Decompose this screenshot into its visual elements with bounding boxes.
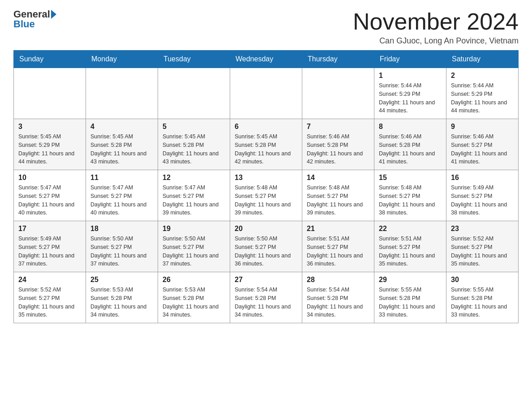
day-of-week-header: Monday — [86, 51, 158, 68]
logo: General Blue — [13, 9, 56, 30]
day-number: 1 — [379, 72, 442, 80]
day-number: 23 — [451, 225, 514, 233]
day-number: 24 — [18, 276, 81, 284]
day-info: Sunrise: 5:46 AMSunset: 5:28 PMDaylight:… — [307, 133, 369, 166]
calendar-cell: 8Sunrise: 5:46 AMSunset: 5:28 PMDaylight… — [374, 119, 446, 170]
day-info: Sunrise: 5:50 AMSunset: 5:27 PMDaylight:… — [90, 235, 153, 268]
day-info: Sunrise: 5:51 AMSunset: 5:27 PMDaylight:… — [379, 235, 442, 268]
day-info: Sunrise: 5:55 AMSunset: 5:28 PMDaylight:… — [379, 286, 442, 319]
day-info: Sunrise: 5:49 AMSunset: 5:27 PMDaylight:… — [451, 184, 514, 217]
calendar-week-row: 10Sunrise: 5:47 AMSunset: 5:27 PMDayligh… — [14, 170, 519, 221]
calendar-cell: 17Sunrise: 5:49 AMSunset: 5:27 PMDayligh… — [14, 221, 86, 272]
day-number: 15 — [379, 174, 442, 182]
day-info: Sunrise: 5:50 AMSunset: 5:27 PMDaylight:… — [163, 235, 225, 268]
calendar-cell: 1Sunrise: 5:44 AMSunset: 5:29 PMDaylight… — [374, 68, 446, 119]
day-info: Sunrise: 5:48 AMSunset: 5:27 PMDaylight:… — [235, 184, 297, 217]
day-info: Sunrise: 5:45 AMSunset: 5:29 PMDaylight:… — [18, 133, 81, 166]
location-subtitle: Can GJuoc, Long An Povince, Vietnam — [353, 36, 519, 46]
calendar-cell: 21Sunrise: 5:51 AMSunset: 5:27 PMDayligh… — [302, 221, 374, 272]
day-info: Sunrise: 5:46 AMSunset: 5:27 PMDaylight:… — [451, 133, 514, 166]
calendar-cell: 11Sunrise: 5:47 AMSunset: 5:27 PMDayligh… — [86, 170, 158, 221]
calendar-cell: 26Sunrise: 5:53 AMSunset: 5:28 PMDayligh… — [158, 272, 230, 323]
calendar-cell — [14, 68, 86, 119]
calendar-week-row: 24Sunrise: 5:52 AMSunset: 5:27 PMDayligh… — [14, 272, 519, 323]
day-of-week-header: Saturday — [446, 51, 519, 68]
day-info: Sunrise: 5:54 AMSunset: 5:28 PMDaylight:… — [235, 286, 297, 319]
calendar-cell: 7Sunrise: 5:46 AMSunset: 5:28 PMDaylight… — [302, 119, 374, 170]
day-number: 6 — [235, 123, 297, 131]
day-number: 14 — [307, 174, 369, 182]
day-number: 9 — [451, 123, 514, 131]
calendar-cell: 13Sunrise: 5:48 AMSunset: 5:27 PMDayligh… — [230, 170, 302, 221]
calendar-cell — [230, 68, 302, 119]
day-info: Sunrise: 5:45 AMSunset: 5:28 PMDaylight:… — [90, 133, 153, 166]
day-info: Sunrise: 5:54 AMSunset: 5:28 PMDaylight:… — [307, 286, 369, 319]
day-of-week-header: Wednesday — [230, 51, 302, 68]
day-info: Sunrise: 5:46 AMSunset: 5:28 PMDaylight:… — [379, 133, 442, 166]
day-info: Sunrise: 5:52 AMSunset: 5:27 PMDaylight:… — [451, 235, 514, 268]
calendar-header-row: SundayMondayTuesdayWednesdayThursdayFrid… — [14, 51, 519, 68]
day-number: 16 — [451, 174, 514, 182]
day-info: Sunrise: 5:48 AMSunset: 5:27 PMDaylight:… — [307, 184, 369, 217]
day-number: 20 — [235, 225, 297, 233]
calendar-cell: 12Sunrise: 5:47 AMSunset: 5:27 PMDayligh… — [158, 170, 230, 221]
day-of-week-header: Sunday — [14, 51, 86, 68]
calendar-cell: 5Sunrise: 5:45 AMSunset: 5:28 PMDaylight… — [158, 119, 230, 170]
day-info: Sunrise: 5:47 AMSunset: 5:27 PMDaylight:… — [18, 184, 81, 217]
calendar-cell: 27Sunrise: 5:54 AMSunset: 5:28 PMDayligh… — [230, 272, 302, 323]
day-number: 7 — [307, 123, 369, 131]
calendar-cell: 22Sunrise: 5:51 AMSunset: 5:27 PMDayligh… — [374, 221, 446, 272]
day-number: 8 — [379, 123, 442, 131]
day-of-week-header: Friday — [374, 51, 446, 68]
day-number: 11 — [90, 174, 153, 182]
calendar-cell: 14Sunrise: 5:48 AMSunset: 5:27 PMDayligh… — [302, 170, 374, 221]
calendar-cell — [86, 68, 158, 119]
calendar-cell: 4Sunrise: 5:45 AMSunset: 5:28 PMDaylight… — [86, 119, 158, 170]
day-info: Sunrise: 5:50 AMSunset: 5:27 PMDaylight:… — [235, 235, 297, 268]
day-number: 2 — [451, 72, 514, 80]
calendar-cell: 10Sunrise: 5:47 AMSunset: 5:27 PMDayligh… — [14, 170, 86, 221]
day-number: 27 — [235, 276, 297, 284]
calendar-cell — [302, 68, 374, 119]
day-info: Sunrise: 5:45 AMSunset: 5:28 PMDaylight:… — [235, 133, 297, 166]
day-number: 22 — [379, 225, 442, 233]
day-number: 12 — [163, 174, 225, 182]
day-number: 18 — [90, 225, 153, 233]
calendar-cell: 6Sunrise: 5:45 AMSunset: 5:28 PMDaylight… — [230, 119, 302, 170]
day-number: 5 — [163, 123, 225, 131]
calendar-cell: 23Sunrise: 5:52 AMSunset: 5:27 PMDayligh… — [446, 221, 519, 272]
day-number: 17 — [18, 225, 81, 233]
logo-arrow-icon — [51, 10, 56, 19]
calendar-cell: 2Sunrise: 5:44 AMSunset: 5:29 PMDaylight… — [446, 68, 519, 119]
day-number: 13 — [235, 174, 297, 182]
calendar-week-row: 3Sunrise: 5:45 AMSunset: 5:29 PMDaylight… — [14, 119, 519, 170]
day-info: Sunrise: 5:44 AMSunset: 5:29 PMDaylight:… — [379, 81, 442, 115]
day-info: Sunrise: 5:52 AMSunset: 5:27 PMDaylight:… — [18, 286, 81, 319]
logo-blue-text: Blue — [13, 18, 35, 30]
day-info: Sunrise: 5:53 AMSunset: 5:28 PMDaylight:… — [90, 286, 153, 319]
calendar-cell: 24Sunrise: 5:52 AMSunset: 5:27 PMDayligh… — [14, 272, 86, 323]
calendar-week-row: 1Sunrise: 5:44 AMSunset: 5:29 PMDaylight… — [14, 68, 519, 119]
calendar-cell: 9Sunrise: 5:46 AMSunset: 5:27 PMDaylight… — [446, 119, 519, 170]
calendar-cell: 18Sunrise: 5:50 AMSunset: 5:27 PMDayligh… — [86, 221, 158, 272]
day-info: Sunrise: 5:53 AMSunset: 5:28 PMDaylight:… — [163, 286, 225, 319]
day-of-week-header: Thursday — [302, 51, 374, 68]
day-number: 4 — [90, 123, 153, 131]
day-number: 28 — [307, 276, 369, 284]
calendar-week-row: 17Sunrise: 5:49 AMSunset: 5:27 PMDayligh… — [14, 221, 519, 272]
header: General Blue November 2024 Can GJuoc, Lo… — [13, 9, 519, 46]
day-info: Sunrise: 5:44 AMSunset: 5:29 PMDaylight:… — [451, 81, 514, 115]
day-number: 10 — [18, 174, 81, 182]
day-info: Sunrise: 5:51 AMSunset: 5:27 PMDaylight:… — [307, 235, 369, 268]
month-title: November 2024 — [353, 9, 519, 34]
day-info: Sunrise: 5:49 AMSunset: 5:27 PMDaylight:… — [18, 235, 81, 268]
day-info: Sunrise: 5:48 AMSunset: 5:27 PMDaylight:… — [379, 184, 442, 217]
calendar-cell: 16Sunrise: 5:49 AMSunset: 5:27 PMDayligh… — [446, 170, 519, 221]
day-number: 21 — [307, 225, 369, 233]
calendar-cell: 30Sunrise: 5:55 AMSunset: 5:28 PMDayligh… — [446, 272, 519, 323]
day-info: Sunrise: 5:47 AMSunset: 5:27 PMDaylight:… — [163, 184, 225, 217]
day-number: 3 — [18, 123, 81, 131]
calendar-cell: 25Sunrise: 5:53 AMSunset: 5:28 PMDayligh… — [86, 272, 158, 323]
calendar-cell — [158, 68, 230, 119]
day-info: Sunrise: 5:55 AMSunset: 5:28 PMDaylight:… — [451, 286, 514, 319]
